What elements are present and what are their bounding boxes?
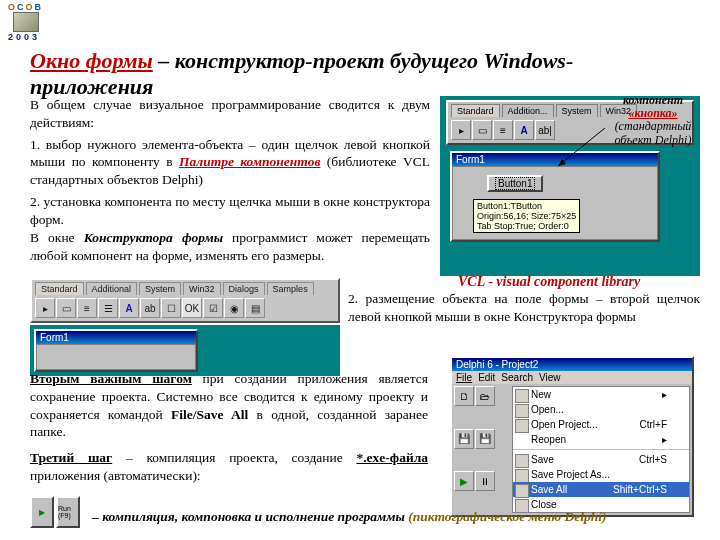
palette-bottom: Standard Additional System Win32 Dialogs… — [30, 278, 340, 323]
para-step1: 1. выбор нужного элемента-объекта – один… — [30, 136, 430, 189]
mi-open-project[interactable]: Open Project...Ctrl+F — [513, 417, 689, 432]
tool2-frame[interactable]: ▭ — [56, 298, 76, 318]
delphi-window: Delphi 6 - Project2 File Edit Search Vie… — [450, 356, 694, 517]
tooltip-button1: Button1:TButton Origin:56,16; Size:75×25… — [473, 199, 580, 233]
tab-additional[interactable]: Addition... — [502, 104, 554, 117]
tb-open[interactable]: 🗁 — [475, 386, 495, 406]
tab2-samples[interactable]: Samples — [267, 282, 314, 295]
run-button[interactable]: ▶ — [30, 496, 54, 528]
menu-view[interactable]: View — [539, 372, 561, 383]
mi-save[interactable]: SaveCtrl+S — [513, 452, 689, 467]
file-menu: New▸ Open... Open Project...Ctrl+F Reope… — [512, 386, 690, 513]
mi-open[interactable]: Open... — [513, 402, 689, 417]
tool-menu[interactable]: ≡ — [493, 120, 513, 140]
tab2-standard[interactable]: Standard — [35, 282, 84, 295]
form1-title: Form1 — [456, 154, 485, 165]
para-second-step: Вторым важным шагом при создании приложе… — [30, 370, 428, 441]
tab2-win32[interactable]: Win32 — [183, 282, 221, 295]
button1[interactable]: Button1 — [487, 175, 543, 192]
tab-standard[interactable]: Standard — [451, 104, 500, 117]
para-intro: В общем случае визуальное программирован… — [30, 96, 430, 132]
tb-save[interactable]: 💾 — [454, 429, 474, 449]
para-third-step: Третий шаг – компиляция проекта, создани… — [30, 449, 428, 485]
callout-component-button: компонент «кнопка» (стандартный объект D… — [598, 94, 708, 147]
menu-search[interactable]: Search — [501, 372, 533, 383]
menu-edit[interactable]: Edit — [478, 372, 495, 383]
tb-saveall[interactable]: 💾 — [475, 429, 495, 449]
para-constructor: В окне Конструктора формы программист мо… — [30, 229, 430, 265]
tab-system[interactable]: System — [556, 104, 598, 117]
tool2-memo[interactable]: ☐ — [161, 298, 181, 318]
para-placement: 2. размещение объекта на поле формы – вт… — [348, 290, 700, 326]
tool2-check[interactable]: ☑ — [203, 298, 223, 318]
tool-label[interactable]: A — [514, 120, 534, 140]
mi-save-all[interactable]: Save AllShift+Ctrl+S — [513, 482, 689, 497]
tool2-label[interactable]: A — [119, 298, 139, 318]
tab2-additional[interactable]: Additional — [86, 282, 138, 295]
tool-frame[interactable]: ▭ — [472, 120, 492, 140]
tool2-menu[interactable]: ≡ — [77, 298, 97, 318]
mi-new[interactable]: New▸ — [513, 387, 689, 402]
run-toolbar: ▶ Run (F9) — [30, 496, 80, 528]
footer-line: – компиляция, компоновка и исполнение пр… — [92, 508, 692, 526]
tool2-edit[interactable]: ab — [140, 298, 160, 318]
page-title: Окно формы – конструктор-проект будущего… — [30, 48, 694, 100]
para-step2: 2. установка компонента по месту щелчка … — [30, 193, 430, 229]
delphi-title: Delphi 6 - Project2 — [456, 359, 538, 370]
mi-reopen[interactable]: Reopen▸ — [513, 432, 689, 447]
tb-new[interactable]: 🗋 — [454, 386, 474, 406]
tab2-dialogs[interactable]: Dialogs — [223, 282, 265, 295]
vcl-label: VCL - visual component library — [458, 274, 640, 290]
tab2-system[interactable]: System — [139, 282, 181, 295]
form2-window: Form1 — [34, 329, 198, 372]
logo: OCOB 2003 — [8, 2, 43, 42]
menu-file[interactable]: File — [456, 372, 472, 383]
tool2-arrow[interactable]: ▸ — [35, 298, 55, 318]
tool-arrow[interactable]: ▸ — [451, 120, 471, 140]
tool2-radio[interactable]: ◉ — [224, 298, 244, 318]
tb-pause[interactable]: ⏸ — [475, 471, 495, 491]
run-f9-button[interactable]: Run (F9) — [56, 496, 80, 528]
tb-run[interactable]: ▶ — [454, 471, 474, 491]
tool2-popup[interactable]: ☰ — [98, 298, 118, 318]
mi-save-project-as[interactable]: Save Project As... — [513, 467, 689, 482]
tool2-button[interactable]: OK — [182, 298, 202, 318]
tool2-list[interactable]: ▤ — [245, 298, 265, 318]
